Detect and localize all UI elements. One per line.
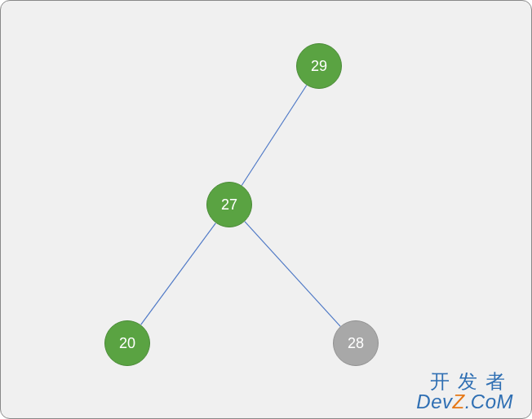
tree-node-label: 28 bbox=[348, 335, 364, 352]
tree-edges bbox=[1, 1, 531, 418]
tree-node-29: 29 bbox=[296, 43, 342, 89]
tree-node-label: 20 bbox=[119, 335, 135, 352]
tree-node-27: 27 bbox=[206, 182, 252, 227]
tree-edge bbox=[141, 223, 216, 325]
tree-node-20: 20 bbox=[104, 320, 150, 366]
tree-node-label: 29 bbox=[311, 58, 327, 75]
tree-node-28: 28 bbox=[333, 320, 379, 366]
tree-node-label: 27 bbox=[221, 196, 237, 214]
tree-edge bbox=[245, 222, 340, 327]
tree-edge bbox=[242, 86, 307, 186]
diagram-canvas: 开发者 DevZ.CoM 29272028 bbox=[0, 0, 532, 419]
